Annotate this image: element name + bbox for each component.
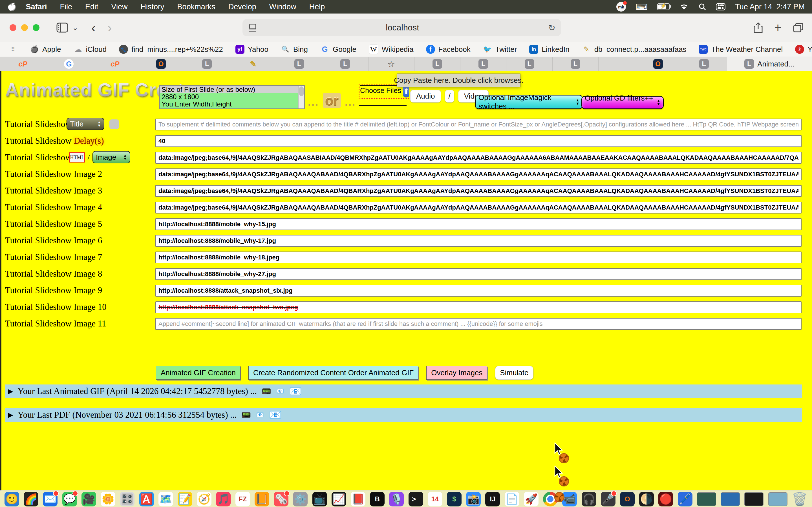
dock-minimized-window-green[interactable] — [697, 492, 716, 506]
last-pdf-summary[interactable]: ▶ Your Last PDF (November 03 2021 06:14:… — [5, 408, 802, 421]
battery-icon[interactable]: ⚡ — [657, 3, 670, 10]
dock-photo-booth-icon[interactable]: 📸 — [466, 492, 481, 506]
image2-input[interactable] — [155, 168, 802, 180]
bookmark-yahoo[interactable]: y!Yahoo — [236, 45, 268, 54]
bookmark-weather-channel[interactable]: TWCThe Weather Channel — [699, 45, 783, 54]
apple-menu-icon[interactable]: 🍎 — [7, 3, 16, 11]
bookmark-favorites-grid[interactable]: ⠿ — [8, 45, 17, 54]
dock-settings-icon[interactable]: ⚙️ — [293, 492, 308, 506]
sidebar-chevron-icon[interactable]: ⌄ — [72, 23, 79, 32]
dock-calendar-icon[interactable]: 14 — [428, 492, 442, 506]
spotlight-icon[interactable] — [698, 3, 706, 11]
menubar-app-icon[interactable]: mk — [616, 2, 626, 11]
control-center-icon[interactable] — [716, 3, 725, 10]
dock-news-icon[interactable]: 🗞️ — [274, 492, 289, 506]
dock-filezilla-icon[interactable]: FZ — [236, 492, 250, 506]
dock-terminal-icon[interactable]: >_ — [409, 492, 423, 506]
tab-opera[interactable]: O — [635, 57, 681, 71]
email-icon-small[interactable]: 📧 — [276, 388, 284, 395]
bookmark-find-minus[interactable]: 🐾find_minus....rep+%22s%22 — [119, 45, 223, 54]
dock-pen-app-icon[interactable]: 🖊️ — [678, 492, 693, 506]
dock-rocket-app-icon[interactable]: 🚀 — [524, 492, 539, 506]
slide1-input[interactable] — [155, 152, 802, 164]
bookmark-yelp[interactable]: ✳Yelp — [795, 45, 812, 54]
email-icon-large[interactable]: 📧 — [269, 409, 282, 421]
slide-size-listbox[interactable]: Size of First Slide (or as below) 2880 x… — [159, 86, 305, 109]
trash-icon[interactable]: 🗑️ — [792, 492, 808, 506]
minimize-window-button[interactable] — [21, 24, 28, 31]
title-select[interactable]: Title▲▼ — [66, 118, 104, 130]
reload-icon[interactable]: ↻ — [548, 23, 555, 33]
page-format-icon[interactable] — [248, 23, 257, 32]
tab-google[interactable]: G — [46, 57, 92, 71]
dock-onyx-icon[interactable]: 🌗 — [639, 492, 654, 506]
gd-filters-select[interactable]: Optional GD filters++ ... ▲▼ — [581, 96, 664, 109]
dock-audio-app-icon[interactable]: 🎧 — [581, 492, 596, 506]
image7-input[interactable] — [155, 251, 802, 263]
dock-messages-icon[interactable]: 💬 — [62, 492, 77, 506]
disclosure-triangle-icon[interactable]: ▶ — [8, 411, 13, 419]
tab-site-l[interactable]: L — [553, 57, 599, 71]
dock-finder-icon[interactable]: 🙂 — [4, 492, 19, 506]
dock-books-icon[interactable]: 📙 — [255, 492, 269, 506]
close-window-button[interactable] — [10, 24, 16, 31]
dock-iterm-icon[interactable]: $ — [447, 492, 462, 506]
last-gif-summary[interactable]: ▶ Your Last Animated GIF (April 14 2026 … — [5, 385, 802, 398]
tab-animated-gif-creator[interactable]: LAnimated... — [727, 57, 812, 71]
menubar-clock[interactable]: Tue Apr 14 2:47 PM — [735, 3, 805, 11]
bookmark-facebook[interactable]: fFacebook — [426, 45, 470, 54]
menu-safari[interactable]: Safari — [19, 3, 53, 11]
tab-site-l[interactable]: L — [184, 57, 230, 71]
tab-editor[interactable]: ✎ — [231, 57, 276, 71]
bookmark-wikipedia[interactable]: WWikipedia — [369, 45, 414, 54]
sidebar-toggle-icon[interactable] — [56, 22, 68, 33]
menu-view[interactable]: View — [105, 3, 134, 11]
dock-dictionary-icon[interactable]: 📕 — [351, 492, 365, 506]
image3-input[interactable] — [155, 185, 802, 197]
tab-cpanel[interactable]: cP — [92, 57, 138, 71]
dock-minimized-window-dark[interactable] — [744, 492, 763, 506]
image11-input[interactable] — [155, 318, 802, 330]
menu-file[interactable]: File — [54, 3, 79, 11]
dock-app-store-icon[interactable]: 🅰️ — [139, 492, 154, 506]
dock-tv-icon[interactable]: 📺 — [312, 492, 327, 506]
dock-photos-icon[interactable]: 🌼 — [101, 492, 115, 506]
title-color-box[interactable] — [109, 119, 119, 129]
tab-site-l[interactable]: L — [414, 57, 460, 71]
keyboard-icon[interactable]: ⌨ — [636, 2, 648, 12]
delay-input[interactable] — [155, 135, 802, 147]
overlay-images-button[interactable]: Overlay Images — [426, 366, 487, 380]
wifi-icon[interactable] — [679, 3, 689, 10]
dock-podcasts-icon[interactable]: 🎙️ — [389, 492, 404, 506]
listbox-scrollbar[interactable] — [298, 86, 304, 108]
randomized-gif-button[interactable]: Create Randomized Content Order Animated… — [248, 366, 418, 380]
dock-minimized-window-blue[interactable] — [721, 492, 740, 506]
bookmark-linkedin[interactable]: inLinkedIn — [529, 45, 569, 54]
image9-input[interactable] — [155, 285, 802, 297]
image6-input[interactable] — [155, 235, 802, 247]
size-option-header[interactable]: Size of First Slide (or as below) — [160, 86, 298, 93]
tab-favorites[interactable]: ☆ — [368, 57, 414, 71]
tab-overview-icon[interactable] — [793, 22, 804, 33]
dock-siri-icon[interactable]: 🌈 — [24, 492, 38, 506]
tab-site-l[interactable]: L — [506, 57, 552, 71]
zoom-window-button[interactable] — [33, 24, 40, 31]
tab-site-l[interactable]: L — [460, 57, 506, 71]
share-icon[interactable] — [753, 22, 763, 33]
tab-site-l[interactable]: L — [276, 57, 322, 71]
tab-opera[interactable]: O — [138, 57, 184, 71]
image8-input[interactable] — [155, 268, 802, 280]
dock-safari-icon[interactable]: 🧭 — [197, 492, 211, 506]
choose-files-button[interactable]: Choose Files — [360, 85, 401, 95]
menu-develop[interactable]: Develop — [222, 3, 263, 11]
audio-button[interactable]: Audio — [410, 90, 441, 103]
menu-window[interactable]: Window — [263, 3, 303, 11]
back-button[interactable]: ‹ — [91, 22, 96, 33]
size-option-2880x1800[interactable]: 2880 x 1800 — [160, 93, 298, 101]
image-mode-select[interactable]: Image▲▼ — [93, 151, 130, 163]
tab-site-l[interactable]: L — [681, 57, 727, 71]
simulate-button[interactable]: Simulate — [495, 366, 533, 380]
bookmark-bing[interactable]: 🔍Bing — [281, 45, 308, 54]
tab-blank[interactable] — [599, 57, 635, 71]
bookmark-db-connect[interactable]: ✎db_connect.p...aaasaaafaas — [582, 45, 687, 54]
